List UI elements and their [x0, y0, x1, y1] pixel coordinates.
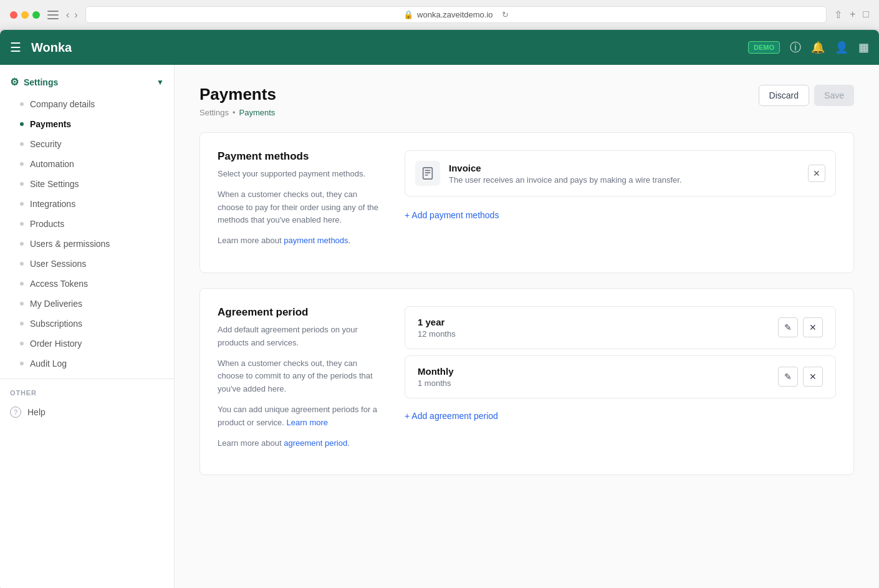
sidebar-bullet [20, 342, 24, 345]
sidebar-bullet [20, 162, 24, 166]
breadcrumb: Settings • Payments [199, 108, 276, 117]
page-header: Payments Settings • Payments Discard Sav… [199, 85, 854, 117]
help-icon[interactable]: ⓘ [790, 40, 801, 55]
period-sub-1: 1 months [418, 378, 454, 388]
payment-methods-link[interactable]: payment methods. [284, 236, 350, 245]
url-text: wonka.zaveitdemo.io [417, 10, 492, 19]
sidebar-item-payments[interactable]: Payments [0, 114, 174, 134]
add-agreement-label: + Add agreement period [405, 411, 498, 421]
sidebar-item-user-sessions[interactable]: User Sessions [0, 254, 174, 274]
sidebar-items: Company detailsPaymentsSecurityAutomatio… [0, 94, 174, 374]
period-edit-button-0[interactable]: ✎ [778, 317, 798, 337]
settings-section-header[interactable]: ⚙ Settings ▼ [0, 70, 174, 94]
menu-icon[interactable]: ☰ [10, 40, 21, 55]
sidebar-item-access-tokens[interactable]: Access Tokens [0, 274, 174, 294]
sidebar-bullet [20, 302, 24, 306]
dot-red[interactable] [10, 11, 17, 19]
lock-icon: 🔒 [403, 10, 413, 19]
sidebar-item-order-history[interactable]: Order History [0, 334, 174, 354]
sidebar-bullet [20, 122, 24, 126]
sidebar-item-security[interactable]: Security [0, 134, 174, 154]
browser-chrome: ‹ › 🔒 wonka.zaveitdemo.io ↻ ⇧ + □ [0, 0, 879, 30]
agreement-desc4: Learn more about agreement period. [218, 437, 380, 450]
sidebar-item-label: Products [30, 219, 64, 229]
page-header-left: Payments Settings • Payments [199, 85, 276, 117]
windows-icon[interactable]: □ [863, 9, 869, 21]
periods-list: 1 year12 months✎✕Monthly1 months✎✕ [405, 306, 836, 398]
invoice-icon [415, 161, 440, 186]
app-window: ☰ Wonka DEMO ⓘ 🔔 👤 ▦ ⚙ Settings ▼ Compan… [0, 30, 879, 588]
sidebar-item-label: Order History [30, 339, 82, 349]
forward-button[interactable]: › [74, 9, 77, 21]
header-buttons: Discard Save [759, 85, 854, 106]
sidebar-toggle-icon[interactable] [47, 11, 59, 19]
sidebar-item-products[interactable]: Products [0, 214, 174, 234]
back-button[interactable]: ‹ [66, 9, 69, 21]
sidebar-bullet [20, 202, 24, 206]
save-button[interactable]: Save [814, 85, 854, 106]
payment-methods-desc1: Select your supported payment methods. [218, 168, 380, 181]
add-agreement-period-button[interactable]: + Add agreement period [405, 405, 836, 427]
breadcrumb-current: Payments [239, 108, 276, 117]
sidebar-bullet [20, 322, 24, 325]
sidebar: ⚙ Settings ▼ Company detailsPaymentsSecu… [0, 65, 175, 588]
payment-methods-left: Payment methods Select your supported pa… [218, 150, 380, 255]
sidebar-bullet [20, 242, 24, 246]
sidebar-item-integrations[interactable]: Integrations [0, 194, 174, 214]
sidebar-item-label: Security [30, 139, 62, 149]
sidebar-item-label: My Deliveries [30, 299, 82, 309]
payment-methods-title: Payment methods [218, 150, 380, 163]
invoice-name: Invoice [449, 163, 799, 173]
sidebar-item-company-details[interactable]: Company details [0, 94, 174, 114]
period-remove-button-0[interactable]: ✕ [803, 317, 823, 337]
agreement-desc3: You can add unique agreement periods for… [218, 403, 380, 430]
layout-icon[interactable]: ▦ [858, 41, 869, 54]
period-edit-button-1[interactable]: ✎ [778, 367, 798, 387]
top-nav: ☰ Wonka DEMO ⓘ 🔔 👤 ▦ [0, 30, 879, 65]
share-icon[interactable]: ⇧ [834, 9, 842, 21]
reload-icon[interactable]: ↻ [502, 10, 509, 19]
svg-rect-0 [423, 168, 433, 179]
sidebar-item-subscriptions[interactable]: Subscriptions [0, 314, 174, 334]
settings-label: Settings [24, 77, 58, 87]
sidebar-item-label: Integrations [30, 199, 75, 209]
sidebar-item-site-settings[interactable]: Site Settings [0, 174, 174, 194]
sidebar-item-automation[interactable]: Automation [0, 154, 174, 174]
agreement-period-link[interactable]: agreement period. [284, 438, 350, 448]
period-actions-0: ✎✕ [778, 317, 823, 337]
dot-green[interactable] [32, 11, 40, 19]
gear-icon: ⚙ [10, 76, 19, 88]
add-payment-method-button[interactable]: + Add payment methods [405, 204, 836, 226]
discard-button[interactable]: Discard [759, 85, 809, 106]
notifications-icon[interactable]: 🔔 [811, 41, 825, 54]
period-info-0: 1 year12 months [418, 317, 456, 339]
browser-nav: ‹ › [66, 9, 78, 21]
sidebar-bullet [20, 262, 24, 266]
demo-badge: DEMO [748, 41, 780, 54]
agreement-learn-more-link[interactable]: Learn more [287, 418, 328, 427]
invoice-card: Invoice The user receives an invoice and… [405, 150, 836, 196]
sidebar-item-users-and-permissions[interactable]: Users & permissions [0, 234, 174, 254]
sidebar-bullet [20, 222, 24, 226]
sidebar-divider [0, 378, 174, 379]
dot-yellow[interactable] [21, 11, 29, 19]
agreement-period-right: 1 year12 months✎✕Monthly1 months✎✕ + Add… [405, 306, 836, 457]
invoice-remove-button[interactable]: ✕ [808, 165, 825, 182]
sidebar-item-label: Access Tokens [30, 279, 88, 289]
period-sub-0: 12 months [418, 329, 456, 339]
address-bar[interactable]: 🔒 wonka.zaveitdemo.io ↻ [85, 6, 827, 23]
sidebar-item-my-deliveries[interactable]: My Deliveries [0, 294, 174, 314]
new-tab-icon[interactable]: + [850, 9, 855, 21]
sidebar-item-label: User Sessions [30, 259, 86, 269]
help-circle-icon: ? [10, 407, 21, 418]
payment-methods-right: Invoice The user receives an invoice and… [405, 150, 836, 255]
invoice-info: Invoice The user receives an invoice and… [449, 163, 799, 185]
top-nav-icons: ⓘ 🔔 👤 ▦ [790, 40, 869, 55]
account-icon[interactable]: 👤 [835, 41, 848, 54]
sidebar-item-audit-log[interactable]: Audit Log [0, 354, 174, 374]
sidebar-bullet [20, 102, 24, 106]
agreement-period-left: Agreement period Add default agreement p… [218, 306, 380, 457]
payment-methods-desc2: When a customer checks out, they can cho… [218, 188, 380, 227]
period-remove-button-1[interactable]: ✕ [803, 367, 823, 387]
sidebar-item-help[interactable]: ? Help [0, 402, 174, 423]
